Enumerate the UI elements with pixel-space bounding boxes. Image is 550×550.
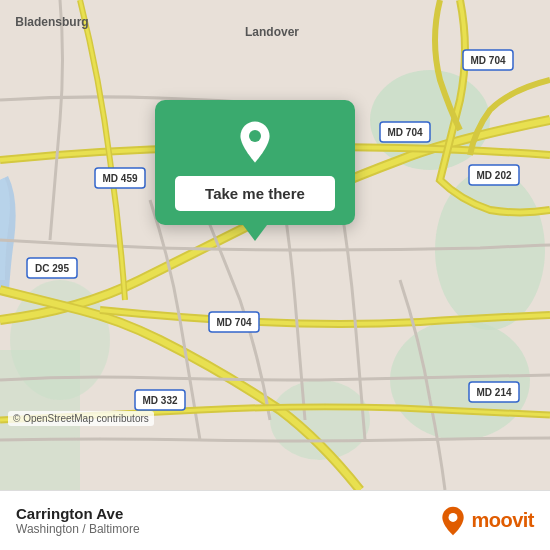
svg-text:MD 202: MD 202 — [476, 170, 511, 181]
moovit-pin-icon — [439, 505, 467, 537]
svg-text:MD 704: MD 704 — [470, 55, 505, 66]
svg-point-26 — [249, 130, 261, 142]
svg-text:MD 459: MD 459 — [102, 173, 137, 184]
location-subtitle: Washington / Baltimore — [16, 522, 140, 536]
location-pin-icon — [231, 118, 279, 166]
svg-text:MD 214: MD 214 — [476, 387, 511, 398]
svg-point-3 — [390, 320, 530, 440]
moovit-logo: moovit — [439, 505, 534, 537]
popup-card: Take me there — [155, 100, 355, 225]
bottom-bar: Carrington Ave Washington / Baltimore mo… — [0, 490, 550, 550]
svg-point-27 — [449, 513, 458, 522]
svg-text:MD 332: MD 332 — [142, 395, 177, 406]
location-info: Carrington Ave Washington / Baltimore — [16, 505, 140, 536]
location-name: Carrington Ave — [16, 505, 140, 522]
map-container: MD 704 MD 704 MD 459 MD 202 DC 295 MD 70… — [0, 0, 550, 490]
moovit-brand-text: moovit — [471, 509, 534, 532]
map-attribution: © OpenStreetMap contributors — [8, 411, 154, 426]
take-me-there-button[interactable]: Take me there — [175, 176, 335, 211]
svg-text:MD 704: MD 704 — [216, 317, 251, 328]
svg-text:Bladensburg: Bladensburg — [15, 15, 88, 29]
svg-text:DC 295: DC 295 — [35, 263, 69, 274]
svg-text:Landover: Landover — [245, 25, 299, 39]
svg-text:MD 704: MD 704 — [387, 127, 422, 138]
